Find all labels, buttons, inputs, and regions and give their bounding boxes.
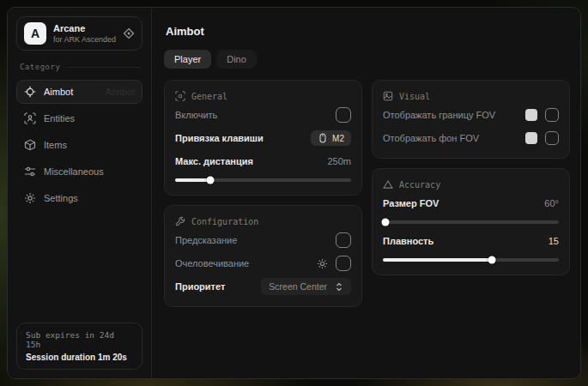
fov-size-label: Размер FOV	[383, 198, 544, 208]
keybind-row: Привязка клавиши M2	[175, 129, 351, 148]
prediction-row: Предсказание	[175, 231, 351, 250]
visual-card-header: Visual	[383, 91, 559, 101]
slider-thumb[interactable]	[382, 219, 390, 226]
scan-icon	[175, 91, 185, 101]
app-name: Arcane	[53, 23, 116, 33]
humanization-checkbox[interactable]	[336, 256, 351, 271]
ghost-label: Aimbot	[106, 87, 135, 97]
app-logo: A	[24, 22, 46, 45]
humanization-row: Очеловечивание	[175, 254, 351, 273]
visual-card: Visual Отображать границу FOV Отображать…	[372, 80, 570, 159]
image-icon	[383, 91, 393, 101]
fov-bg-label: Отображать фон FOV	[383, 133, 525, 143]
prediction-label: Предсказание	[175, 235, 336, 245]
accuracy-card-header: Accuracy	[383, 179, 559, 190]
general-card-header: General	[175, 91, 351, 101]
fov-border-row: Отображать границу FOV	[383, 106, 559, 124]
priority-label: Приоритет	[175, 281, 261, 292]
sidebar: A Arcane for ARK Ascended Category Aimbo…	[8, 8, 152, 378]
keybind-value: M2	[332, 134, 344, 143]
enable-label: Включить	[175, 110, 336, 120]
package-icon	[24, 139, 36, 151]
visual-card-title: Visual	[399, 92, 430, 101]
left-column: General Включить Привязка клавиши	[164, 80, 362, 307]
humanization-settings-icon[interactable]	[317, 258, 328, 269]
chevron-up-down-icon	[335, 282, 343, 292]
max-distance-row: Макс. дистанция 250m	[175, 152, 351, 171]
prediction-checkbox[interactable]	[336, 232, 351, 248]
sidebar-item-aimbot[interactable]: Aimbot Aimbot	[16, 80, 142, 104]
sidebar-item-label: Aimbot	[44, 87, 73, 97]
app-subtitle: for ARK Ascended	[53, 35, 116, 44]
enable-row: Включить	[175, 106, 351, 124]
session-duration-text: Session duration 1m 20s	[26, 353, 133, 362]
fov-border-checkbox[interactable]	[545, 108, 559, 122]
sub-expires-text: Sub expires in 24d 15h	[26, 330, 133, 349]
tab-dino[interactable]: Dino	[216, 50, 257, 69]
logo-text: Arcane for ARK Ascended	[53, 23, 116, 44]
slider-thumb[interactable]	[488, 256, 496, 264]
max-distance-value: 250m	[327, 156, 351, 166]
sliders-icon	[24, 166, 36, 178]
fov-size-slider[interactable]	[383, 220, 559, 224]
keybind-label: Привязка клавиши	[175, 133, 311, 143]
sidebar-item-label: Miscellaneous	[44, 166, 104, 177]
sidebar-item-miscellaneous[interactable]: Miscellaneous	[16, 160, 142, 184]
humanization-label: Очеловечивание	[175, 258, 317, 268]
smoothness-label: Плавность	[383, 236, 549, 246]
max-distance-label: Макс. дистанция	[175, 156, 327, 166]
slider-fill	[383, 258, 492, 262]
sidebar-item-entities[interactable]: Entities	[16, 106, 142, 130]
fov-bg-color-swatch[interactable]	[525, 132, 537, 144]
gear-icon	[24, 192, 36, 204]
fov-bg-checkbox[interactable]	[545, 131, 559, 145]
app-window: A Arcane for ARK Ascended Category Aimbo…	[7, 7, 581, 379]
enable-checkbox[interactable]	[336, 107, 351, 123]
sidebar-item-label: Settings	[44, 193, 78, 203]
right-column: Visual Отображать границу FOV Отображать…	[372, 80, 570, 275]
slider-fill	[175, 178, 210, 182]
subscription-status: Sub expires in 24d 15h Session duration …	[16, 323, 142, 370]
sidebar-item-label: Entities	[44, 113, 75, 124]
wrench-icon	[175, 216, 185, 226]
fov-border-label: Отображать границу FOV	[383, 110, 525, 120]
category-label: Category	[20, 63, 141, 71]
fov-bg-row: Отображать фон FOV	[383, 129, 559, 148]
smoothness-slider[interactable]	[383, 258, 559, 262]
configuration-card-title: Configuration	[191, 217, 258, 226]
max-distance-slider[interactable]	[175, 178, 351, 182]
general-card: General Включить Привязка клавиши	[164, 80, 362, 196]
configuration-card-header: Configuration	[175, 216, 351, 226]
crosshair-icon	[24, 86, 36, 98]
priority-dropdown[interactable]: Screen Center	[261, 278, 351, 295]
configuration-card: Configuration Предсказание Очеловечивани…	[164, 205, 362, 307]
accuracy-card-title: Accuracy	[399, 180, 440, 190]
fov-size-row: Размер FOV 60°	[383, 194, 559, 213]
general-card-title: General	[191, 92, 227, 101]
stream-proof-icon[interactable]	[123, 27, 135, 39]
fov-size-value: 60°	[544, 198, 559, 208]
triangle-icon	[383, 179, 393, 190]
tab-player[interactable]: Player	[164, 50, 211, 69]
main-content: Aimbot Player Dino Gener	[152, 8, 580, 378]
person-scan-icon	[24, 112, 36, 124]
sidebar-item-label: Items	[44, 140, 67, 150]
accuracy-card: Accuracy Размер FOV 60° Плавность 15	[372, 168, 570, 275]
slider-thumb[interactable]	[207, 177, 215, 184]
mouse-icon	[318, 133, 328, 143]
priority-selected-value: Screen Center	[269, 281, 327, 292]
smoothness-row: Плавность 15	[383, 232, 559, 250]
smoothness-value: 15	[549, 236, 559, 246]
sidebar-item-items[interactable]: Items	[16, 133, 142, 157]
sidebar-item-settings[interactable]: Settings	[16, 186, 142, 210]
priority-row: Приоритет Screen Center	[175, 277, 351, 296]
keybind-button[interactable]: M2	[311, 130, 351, 146]
tab-bar: Player Dino	[164, 50, 570, 69]
logo-card: A Arcane for ARK Ascended	[16, 16, 142, 51]
fov-border-color-swatch[interactable]	[525, 109, 537, 121]
page-title: Aimbot	[166, 25, 570, 38]
sidebar-nav: Aimbot Aimbot Entities Item	[16, 80, 142, 210]
cards-area: General Включить Привязка клавиши	[164, 80, 570, 307]
